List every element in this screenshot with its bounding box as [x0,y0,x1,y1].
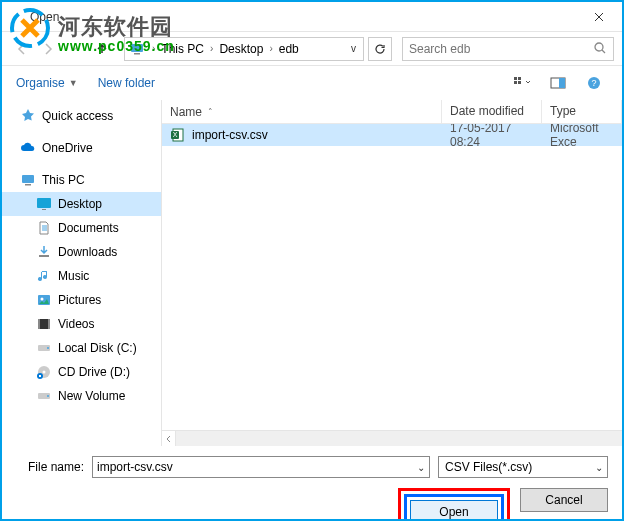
scroll-left-button[interactable] [162,431,176,446]
nav-up-button[interactable] [90,37,114,61]
scrollbar-horizontal[interactable] [162,430,622,446]
svg-rect-16 [39,255,49,257]
chevron-down-icon[interactable]: ⌄ [417,462,425,473]
nav-forward-button[interactable] [36,37,60,61]
drive-icon [36,340,52,356]
cancel-button[interactable]: Cancel [520,488,608,512]
tree-downloads[interactable]: Downloads [2,240,161,264]
tree-quick-access[interactable]: Quick access [2,104,161,128]
file-name-input[interactable] [97,460,425,474]
tree-cd-d[interactable]: CD Drive (D:) [2,360,161,384]
breadcrumb[interactable]: › This PC › Desktop › edb v [124,37,364,61]
svg-rect-7 [518,81,521,84]
col-date[interactable]: Date modified [442,100,542,123]
svg-point-23 [47,347,49,349]
close-button[interactable] [576,2,622,32]
preview-pane-button[interactable] [544,73,572,93]
file-filter-combo[interactable]: CSV Files(*.csv) ⌄ [438,456,608,478]
tree-videos[interactable]: Videos [2,312,161,336]
videos-icon [36,316,52,332]
file-name: import-csv.csv [192,128,268,142]
breadcrumb-dropdown[interactable]: v [348,43,359,54]
view-list-icon [513,76,531,90]
tree-documents[interactable]: Documents [2,216,161,240]
downloads-icon [36,244,52,260]
chevron-down-icon: ▼ [69,78,78,88]
tree-local-c[interactable]: Local Disk (C:) [2,336,161,360]
svg-point-3 [595,43,603,51]
excel-file-icon: X [170,127,186,143]
new-folder-button[interactable]: New folder [98,76,155,90]
breadcrumb-item[interactable]: edb [277,42,301,56]
tree-pictures[interactable]: Pictures [2,288,161,312]
chevron-left-icon [165,435,173,443]
search-input-wrap[interactable] [402,37,614,61]
arrow-right-icon [41,42,55,56]
svg-rect-20 [38,319,40,329]
chevron-down-icon [69,44,79,54]
refresh-icon [374,43,386,55]
titlebar: Open [2,2,622,32]
chevron-down-icon[interactable]: ⌄ [595,462,603,473]
svg-rect-15 [42,209,46,210]
cloud-icon [20,140,36,156]
sort-caret-icon: ˄ [208,107,213,117]
window-title: Open [30,10,59,24]
svg-point-25 [43,371,46,374]
organise-menu[interactable]: Organise ▼ [16,76,78,90]
tree-this-pc[interactable]: This PC [2,168,161,192]
help-icon: ? [587,76,601,90]
pictures-icon [36,292,52,308]
svg-point-18 [41,298,44,301]
breadcrumb-item[interactable]: This PC [159,42,206,56]
svg-text:X: X [173,131,178,138]
scroll-track[interactable] [176,431,622,446]
navbar: › This PC › Desktop › edb v [2,32,622,66]
nav-back-button[interactable] [10,37,34,61]
search-icon [594,42,607,55]
tree-music[interactable]: Music [2,264,161,288]
svg-point-28 [47,395,49,397]
tree-desktop[interactable]: Desktop [2,192,161,216]
file-list: X import-csv.csv 17-05-2017 08:24 Micros… [162,124,622,430]
svg-rect-13 [25,184,31,186]
file-type: Microsoft Exce [542,124,622,149]
preview-pane-icon [550,77,566,89]
file-name-label: File name: [16,460,84,474]
svg-rect-1 [131,44,143,52]
svg-rect-2 [134,53,140,55]
refresh-button[interactable] [368,37,392,61]
tree-new-volume[interactable]: New Volume [2,384,161,408]
star-icon [20,108,36,124]
help-button[interactable]: ? [580,73,608,93]
nav-tree: Quick access OneDrive This PC Desktop Do… [2,100,162,446]
svg-rect-5 [518,77,521,80]
col-type[interactable]: Type [542,100,622,123]
nav-recent-button[interactable] [62,37,86,61]
search-input[interactable] [409,42,607,56]
cd-icon [36,364,52,380]
file-row[interactable]: X import-csv.csv 17-05-2017 08:24 Micros… [162,124,622,146]
svg-rect-12 [22,175,34,183]
svg-rect-9 [559,78,565,88]
file-filter-value: CSV Files(*.csv) [445,460,532,474]
arrow-left-icon [15,42,29,56]
desktop-icon [36,196,52,212]
col-name[interactable]: Name ˄ [162,100,442,123]
svg-rect-21 [48,319,50,329]
svg-rect-14 [37,198,51,208]
file-header: Name ˄ Date modified Type [162,100,622,124]
toolbar: Organise ▼ New folder ? [2,66,622,100]
breadcrumb-item[interactable]: Desktop [217,42,265,56]
breadcrumb-sep-icon: › [208,43,215,54]
file-name-combo[interactable]: ⌄ [92,456,430,478]
open-button[interactable]: Open [410,500,498,521]
breadcrumb-sep-icon: › [150,43,157,54]
breadcrumb-sep-icon: › [267,43,274,54]
pc-icon [129,41,145,57]
svg-rect-6 [514,81,517,84]
tree-onedrive[interactable]: OneDrive [2,136,161,160]
music-icon [36,268,52,284]
view-options-button[interactable] [508,73,536,93]
arrow-up-icon [95,42,109,56]
